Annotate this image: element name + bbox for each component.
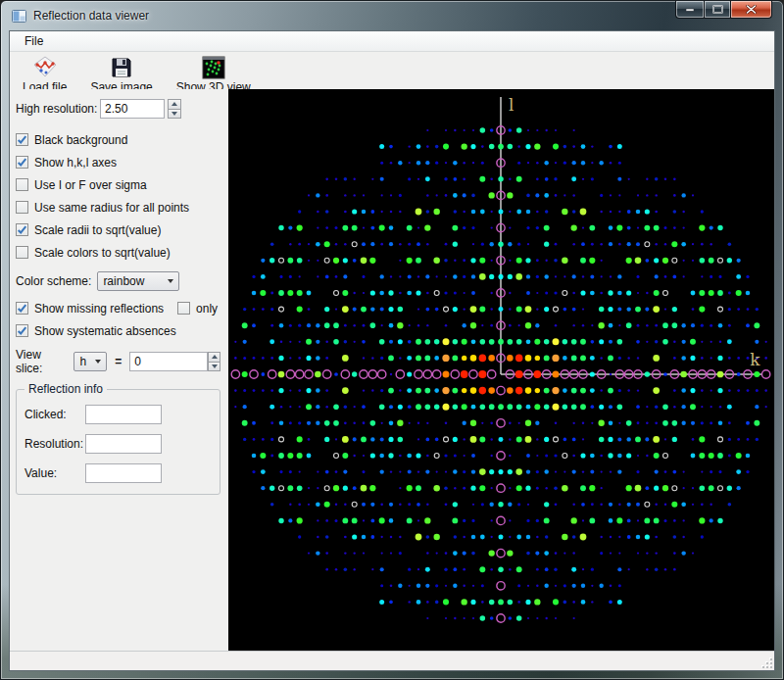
spinner-down-button[interactable] — [208, 363, 220, 372]
value-label: Value: — [24, 466, 85, 480]
checkbox-i-or-f-over-sigma[interactable]: Use I or F over sigma — [16, 173, 220, 196]
checkbox-scale-colors[interactable]: Scale colors to sqrt(value) — [16, 241, 220, 264]
status-bar — [10, 651, 774, 670]
triangle-up-icon — [212, 355, 218, 359]
minimize-button[interactable] — [675, 1, 704, 19]
triangle-down-icon — [172, 112, 177, 116]
slice-axis-dropdown[interactable]: h — [74, 352, 107, 371]
resolution-input[interactable] — [85, 434, 162, 454]
chevron-down-icon — [95, 360, 101, 364]
slice-index-input[interactable] — [129, 352, 208, 371]
title-bar[interactable]: Reflection data viewer — [1, 1, 783, 30]
high-resolution-spinner — [168, 99, 181, 119]
high-resolution-row: High resolution: — [16, 99, 220, 119]
checkbox-scale-radii[interactable]: Scale radii to sqrt(value) — [16, 219, 220, 241]
slice-axis-value: h — [79, 355, 86, 368]
checkbox-black-background[interactable]: Black background — [16, 128, 220, 151]
checkbox-icon[interactable] — [16, 246, 28, 259]
checkbox-icon[interactable] — [16, 178, 28, 191]
maximize-icon — [712, 5, 723, 14]
checkbox-label: Show h,k,l axes — [34, 156, 117, 170]
view-slice-row: View slice: h = — [16, 348, 220, 375]
equals-label: = — [115, 355, 122, 368]
triangle-up-icon — [172, 102, 177, 106]
color-scheme-row: Color scheme: rainbow — [16, 271, 220, 291]
checkbox-icon[interactable] — [16, 324, 28, 337]
content-area: High resolution: Black background Show h… — [10, 89, 774, 651]
checkbox-show-missing[interactable]: Show missing reflections only — [16, 297, 220, 319]
view-slice-label: View slice: — [16, 348, 66, 375]
floppy-disk-icon — [110, 56, 133, 79]
checkbox-icon[interactable] — [16, 302, 28, 315]
spinner-up-button[interactable] — [168, 99, 181, 110]
toolbar: Load file Save image — [10, 52, 774, 89]
checkbox-same-radius[interactable]: Use same radius for all points — [16, 196, 220, 219]
reflection-info-group: Reflection info Clicked: Resolution: Val… — [16, 389, 220, 495]
checkbox-icon[interactable] — [16, 201, 28, 214]
spinner-down-button[interactable] — [168, 110, 181, 120]
view-3d-icon — [202, 56, 225, 79]
spinner-up-button[interactable] — [208, 352, 220, 363]
value-input[interactable] — [85, 463, 162, 483]
checkbox-label: Scale colors to sqrt(value) — [34, 246, 171, 260]
close-button[interactable] — [731, 1, 772, 19]
high-resolution-label: High resolution: — [16, 102, 100, 116]
window-title: Reflection data viewer — [33, 9, 149, 23]
reflection-canvas[interactable]: l k — [228, 89, 774, 651]
color-scheme-label: Color scheme: — [16, 274, 91, 288]
window-controls — [675, 1, 772, 19]
clicked-row: Clicked: — [24, 400, 212, 429]
control-panel: High resolution: Black background Show h… — [10, 89, 228, 651]
app-icon — [12, 10, 26, 23]
resolution-label: Resolution: — [24, 437, 85, 451]
reflection-info-title: Reflection info — [24, 382, 107, 396]
l-axis-label: l — [509, 95, 514, 115]
close-icon — [746, 5, 757, 14]
clicked-label: Clicked: — [24, 408, 85, 421]
value-row: Value: — [24, 459, 212, 488]
app-client-area: File Load file — [9, 30, 775, 671]
color-scheme-value: rainbow — [103, 274, 144, 288]
checkbox-icon[interactable] — [16, 223, 28, 236]
chevron-down-icon — [168, 279, 173, 283]
checkbox-show-hkl-axes[interactable]: Show h,k,l axes — [16, 151, 220, 173]
app-window: Reflection data viewer File — [0, 0, 784, 680]
checkbox-only-icon[interactable] — [177, 302, 190, 315]
menu-bar: File — [10, 31, 774, 52]
checkbox-only-label: only — [196, 302, 218, 316]
maximize-button[interactable] — [704, 1, 731, 19]
checkbox-label: Show missing reflections — [34, 302, 164, 316]
menu-file[interactable]: File — [17, 32, 51, 50]
color-scheme-dropdown[interactable]: rainbow — [97, 271, 179, 291]
resize-grip[interactable] — [760, 656, 772, 668]
triangle-down-icon — [212, 364, 218, 368]
reflection-pattern[interactable]: l k — [228, 89, 774, 651]
clicked-input[interactable] — [85, 405, 162, 424]
checkbox-label: Black background — [34, 133, 127, 147]
resolution-row: Resolution: — [24, 429, 212, 459]
checkbox-show-systematic[interactable]: Show systematic absences — [16, 319, 220, 342]
minimize-icon — [685, 8, 695, 12]
checkbox-label: Use same radius for all points — [34, 201, 189, 215]
checkbox-icon[interactable] — [16, 156, 28, 169]
k-axis-label: k — [750, 350, 760, 369]
slice-spinner — [208, 352, 220, 371]
high-resolution-input[interactable] — [100, 99, 165, 119]
checkbox-label: Use I or F over sigma — [34, 178, 147, 192]
checkbox-label: Scale radii to sqrt(value) — [34, 223, 161, 237]
checkbox-label: Show systematic absences — [34, 324, 176, 338]
scatter-plot-icon — [33, 56, 57, 79]
checkbox-icon[interactable] — [16, 133, 28, 146]
